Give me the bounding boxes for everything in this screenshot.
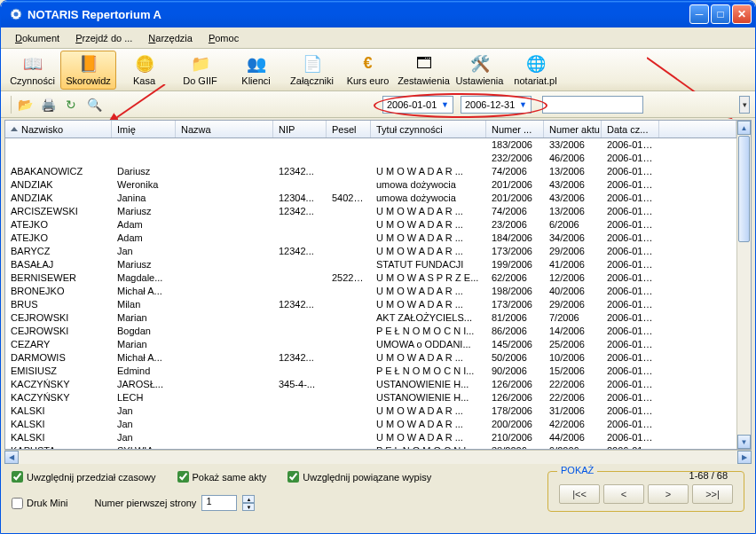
- table-row[interactable]: CEJROWSKIMarianAKT ZAŁOŻYCIELS...81/2006…: [5, 311, 736, 325]
- table-cell: Jan: [112, 418, 176, 431]
- minimize-button[interactable]: ─: [689, 4, 709, 24]
- column-header[interactable]: [659, 121, 736, 137]
- table-row[interactable]: ANDZIAKWeronikaumowa dożywocia201/200643…: [5, 178, 736, 192]
- table-cell: [371, 138, 486, 152]
- menu-pomoc[interactable]: Pomoc: [201, 30, 246, 46]
- table-cell: BRUS: [5, 298, 112, 311]
- table-row[interactable]: KACZYŃSKYLECHUSTANOWIENIE H...126/200622…: [5, 391, 736, 404]
- checkbox-druk-mini[interactable]: Druk Mini: [12, 498, 67, 509]
- table-cell: BASAŁAJ: [5, 258, 112, 271]
- tool-klienci[interactable]: 👥Klienci: [228, 51, 284, 90]
- column-header[interactable]: Numer aktu: [544, 121, 602, 137]
- table-cell: Janina: [112, 192, 176, 205]
- table-row[interactable]: EMISIUSZEdmindP E Ł N O M O C N I...90/2…: [5, 365, 736, 378]
- table-cell: Adam: [112, 232, 176, 245]
- table-row[interactable]: 183/200633/20062006-01-...: [5, 138, 736, 152]
- table-row[interactable]: KALSKIJanU M O W A D A R ...210/200644/2…: [5, 431, 736, 444]
- column-header[interactable]: Nazwisko: [5, 121, 112, 137]
- table-row[interactable]: ABAKANOWICZDariusz12342...U M O W A D A …: [5, 165, 736, 178]
- table-row[interactable]: 232/200646/20062006-01-...: [5, 152, 736, 165]
- scroll-right-button[interactable]: ▶: [737, 451, 752, 464]
- search-icon[interactable]: 🔍: [84, 95, 104, 114]
- table-cell: [273, 218, 327, 232]
- table-row[interactable]: CEJROWSKIBogdanP E Ł N O M O C N I...86/…: [5, 325, 736, 338]
- vertical-scrollbar[interactable]: ▲ ▼: [736, 121, 751, 449]
- nav-next-button[interactable]: >: [648, 484, 689, 504]
- table-row[interactable]: KALSKIJanU M O W A D A R ...200/200642/2…: [5, 418, 736, 431]
- page-number-input[interactable]: 1: [201, 495, 237, 511]
- table-row[interactable]: KALSKIJanU M O W A D A R ...178/200631/2…: [5, 404, 736, 418]
- tool-skorowidz[interactable]: 📙Skorowidz: [60, 51, 116, 90]
- table-cell: U M O W A D A R ...: [371, 404, 486, 418]
- close-button[interactable]: ✕: [732, 4, 752, 24]
- nav-last-button[interactable]: >>|: [692, 484, 733, 504]
- maximize-button[interactable]: □: [711, 4, 730, 24]
- tool-kurseuro[interactable]: €Kurs euro: [340, 51, 396, 90]
- table-cell: BRONEJKO: [5, 285, 112, 298]
- refresh-icon[interactable]: ↻: [61, 95, 81, 114]
- menu-bar: Dokument Przejdź do ... Narzędzia Pomoc: [1, 27, 755, 49]
- table-cell: CEZARY: [5, 338, 112, 351]
- dropdown-button[interactable]: ▾: [739, 96, 750, 114]
- open-icon[interactable]: 📂: [15, 95, 35, 114]
- chevron-down-icon[interactable]: ▼: [519, 100, 527, 109]
- table-row[interactable]: KAPUSTASYLWIA...P E Ł N O M O C N I...38…: [5, 444, 736, 449]
- nav-first-button[interactable]: |<<: [559, 484, 600, 504]
- tool-czynnosci[interactable]: 📖Czynności: [4, 51, 60, 90]
- table-row[interactable]: ANDZIAKJanina12304...54022...umowa dożyw…: [5, 192, 736, 205]
- checkbox-przedzial-czasowy[interactable]: Uwzględnij przedział czasowy: [12, 471, 156, 483]
- table-cell: [176, 205, 273, 218]
- column-header[interactable]: Tytuł czynności: [371, 121, 486, 137]
- table-row[interactable]: BARYCZJan12342...U M O W A D A R ...173/…: [5, 245, 736, 258]
- tool-kasa[interactable]: 🪙Kasa: [116, 51, 172, 90]
- column-header[interactable]: Data cz...: [602, 121, 659, 137]
- date-from-input[interactable]: 2006-01-01▼: [382, 96, 453, 114]
- checkbox-powiazane-wypisy[interactable]: Uwzględnij powiązane wypisy: [287, 471, 431, 483]
- table-row[interactable]: BRUSMilan12342...U M O W A D A R ...173/…: [5, 298, 736, 311]
- table-cell: 23/2006: [486, 218, 544, 232]
- print-icon[interactable]: 🖨️: [38, 95, 58, 114]
- scroll-down-button[interactable]: ▼: [737, 435, 751, 449]
- tool-dogiif[interactable]: 📁Do GIIF: [172, 51, 228, 90]
- menu-dokument[interactable]: Dokument: [8, 30, 67, 46]
- column-header[interactable]: NIP: [273, 121, 327, 137]
- tool-zalaczniki[interactable]: 📄Załączniki: [284, 51, 340, 90]
- spin-up-button[interactable]: ▲: [242, 495, 255, 503]
- tool-ustawienia[interactable]: 🛠️Ustawienia: [452, 51, 508, 90]
- menu-narzedzia[interactable]: Narzędzia: [141, 30, 200, 46]
- scroll-up-button[interactable]: ▲: [737, 121, 751, 135]
- table-cell: 178/2006: [486, 404, 544, 418]
- table-row[interactable]: ATEJKOAdamU M O W A D A R ...184/200634/…: [5, 232, 736, 245]
- table-row[interactable]: ATEJKOAdamU M O W A D A R ...23/20066/20…: [5, 218, 736, 232]
- table-cell: [327, 378, 371, 391]
- table-cell: 2006-01-...: [602, 404, 659, 418]
- checkbox-same-akty[interactable]: Pokaż same akty: [177, 471, 267, 483]
- nav-prev-button[interactable]: <: [603, 484, 644, 504]
- table-row[interactable]: BRONEJKOMichał A...U M O W A D A R ...19…: [5, 285, 736, 298]
- table-cell: 13/2006: [544, 165, 602, 178]
- chevron-down-icon[interactable]: ▼: [441, 100, 449, 109]
- date-to-input[interactable]: 2006-12-31▼: [461, 96, 532, 114]
- tool-zestawienia[interactable]: 🗔Zestawienia: [396, 51, 452, 90]
- column-header[interactable]: Imię: [112, 121, 176, 137]
- grip-icon: [6, 96, 12, 114]
- table-row[interactable]: ARCISZEWSKIMariusz12342...U M O W A D A …: [5, 205, 736, 218]
- column-header[interactable]: Nazwa: [176, 121, 273, 137]
- column-header[interactable]: Numer ...: [486, 121, 544, 137]
- table-cell: 54022...: [327, 192, 371, 205]
- table-row[interactable]: DARMOWISMichał A...12342...U M O W A D A…: [5, 351, 736, 365]
- scroll-left-button[interactable]: ◀: [4, 451, 19, 464]
- table-cell: 22/2006: [544, 391, 602, 404]
- horizontal-scrollbar[interactable]: ◀ ▶: [4, 450, 752, 464]
- scroll-thumb[interactable]: [738, 136, 750, 242]
- filter-input[interactable]: [542, 96, 643, 114]
- menu-przejdz[interactable]: Przejdź do ...: [68, 30, 139, 46]
- table-row[interactable]: BASAŁAJMariuszSTATUT FUNDACJI199/200641/…: [5, 258, 736, 271]
- column-header[interactable]: Pesel: [327, 121, 371, 137]
- tool-notariat[interactable]: 🌐notariat.pl: [508, 51, 563, 90]
- table-row[interactable]: KACZYŃSKYJAROSŁ...345-4-...USTANOWIENIE …: [5, 378, 736, 391]
- table-row[interactable]: BERNISEWERMagdale...25223...U M O W A S …: [5, 271, 736, 285]
- page-number-label: Numer pierwszej strony: [94, 498, 196, 508]
- spin-down-button[interactable]: ▼: [242, 503, 255, 511]
- table-row[interactable]: CEZARYMarianUMOWA o ODDANI...145/200625/…: [5, 338, 736, 351]
